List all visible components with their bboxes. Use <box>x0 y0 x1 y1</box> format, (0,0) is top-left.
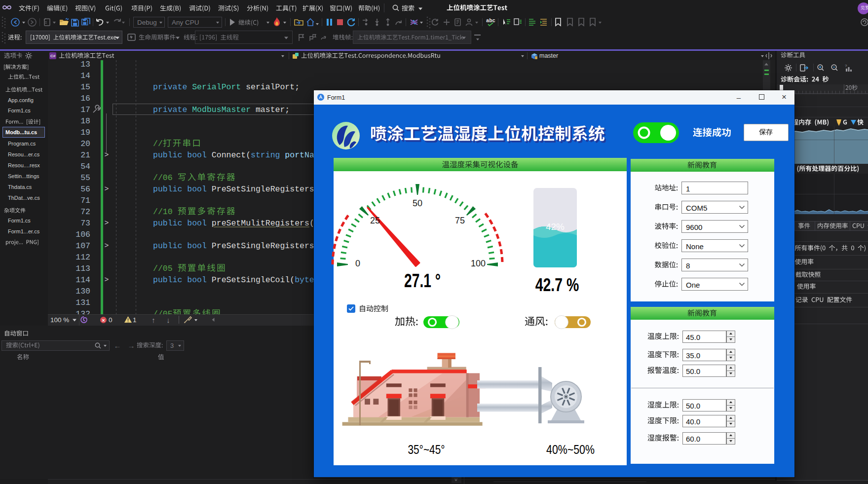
svg-text:?: ? <box>845 64 847 68</box>
